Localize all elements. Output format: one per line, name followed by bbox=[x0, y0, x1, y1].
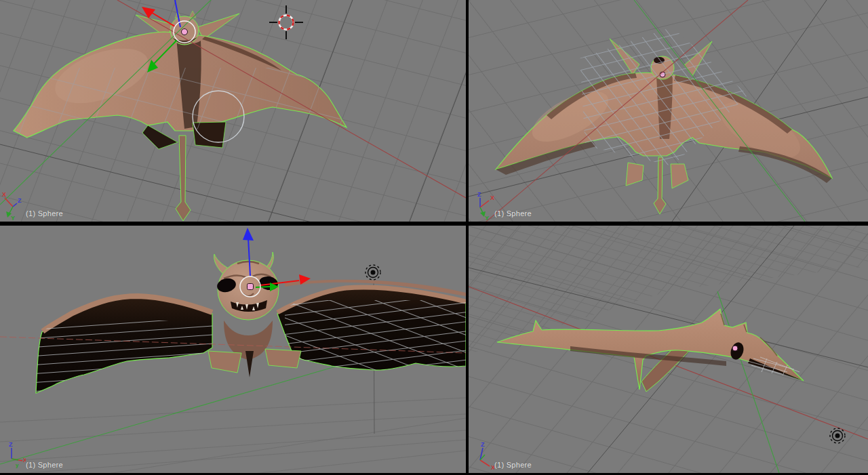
divider-vertical[interactable] bbox=[466, 0, 469, 475]
scene-top-left bbox=[0, 0, 466, 222]
axis-letter-y: Y bbox=[485, 215, 489, 221]
axis-letter-x: X bbox=[2, 191, 6, 198]
viewport-status-label: (1) Sphere bbox=[26, 461, 63, 469]
divider-horizontal[interactable] bbox=[0, 222, 868, 226]
viewport-status-label: (1) Sphere bbox=[494, 461, 532, 469]
scene-top-right bbox=[469, 0, 868, 222]
axis-letter-x: X bbox=[490, 194, 494, 201]
axis-letter-y: y bbox=[16, 462, 19, 468]
viewport-top-left[interactable]: X Z Y (1) Sphere bbox=[0, 0, 466, 222]
axis-letter-z: Z bbox=[18, 197, 22, 204]
viewport-bottom-right[interactable]: Z X (1) Sphere bbox=[469, 226, 868, 475]
axis-gizmo: Z X y bbox=[1, 441, 26, 472]
axis-letter-z: Z bbox=[481, 441, 485, 448]
object-center-dot[interactable] bbox=[182, 29, 188, 35]
axis-letter-z: Z bbox=[477, 191, 481, 198]
viewport-status-label: (1) Sphere bbox=[26, 209, 63, 218]
axis-gizmo: Z X bbox=[470, 441, 494, 472]
object-center-dot[interactable] bbox=[248, 284, 254, 290]
axis-letter-z: Z bbox=[9, 441, 13, 448]
axis-letter-y: Y bbox=[11, 215, 15, 221]
axis-gizmo: Z X Y bbox=[470, 190, 494, 221]
object-center-dot bbox=[732, 346, 738, 351]
viewport-bottom-left[interactable]: Z X y (1) Sphere bbox=[0, 226, 466, 475]
viewport-top-right[interactable]: Z X Y (1) Sphere bbox=[469, 0, 868, 222]
right-foot bbox=[265, 349, 301, 368]
scene-bottom-left bbox=[0, 226, 466, 475]
scene-bottom-right bbox=[469, 226, 868, 475]
axis-gizmo: X Z Y bbox=[1, 190, 26, 221]
viewport-status-label: (1) Sphere bbox=[494, 209, 532, 218]
quad-view-3d-window: X Z Y (1) Sphere bbox=[0, 0, 868, 475]
